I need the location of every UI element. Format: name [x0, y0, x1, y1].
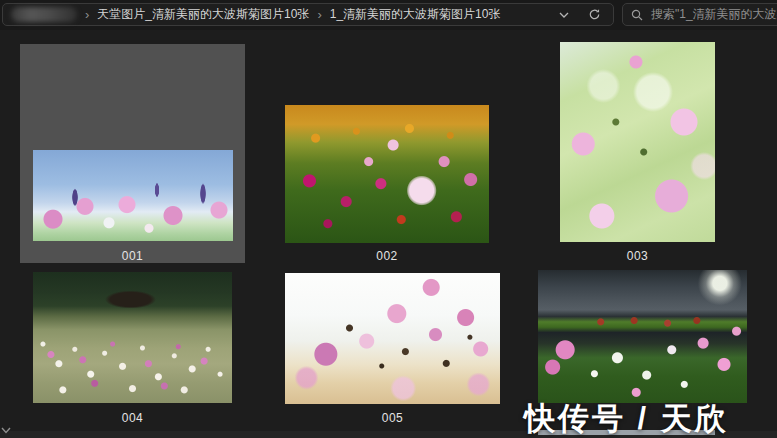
file-label: 004	[33, 411, 232, 425]
file-tile-005[interactable]: 005	[285, 273, 500, 432]
file-tile-006[interactable]	[538, 270, 747, 410]
search-icon	[631, 9, 643, 21]
thumbnail-image-004	[33, 272, 232, 403]
breadcrumb-item-current-folder[interactable]: 1_清新美丽的大波斯菊图片10张	[330, 6, 501, 23]
file-explorer-window: › 天堂图片_清新美丽的大波斯菊图片10张 › 1_清新美丽的大波斯菊图片10张…	[0, 0, 777, 438]
file-tile-003[interactable]: 003	[560, 42, 715, 263]
thumbnail-image-006	[538, 270, 747, 403]
refresh-button[interactable]	[583, 5, 605, 25]
file-label: 005	[285, 411, 500, 425]
file-tile-001[interactable]: 001	[20, 44, 245, 263]
file-label: 001	[20, 249, 245, 263]
search-placeholder: 搜索"1_清新美丽的大波斯菊	[651, 6, 777, 23]
chevron-down-icon	[559, 12, 569, 18]
breadcrumb-root-redacted[interactable]	[11, 7, 77, 22]
breadcrumb-item-parent-folder[interactable]: 天堂图片_清新美丽的大波斯菊图片10张	[97, 6, 309, 23]
watermark-text: 快传号 / 天欣	[524, 398, 777, 438]
breadcrumb-separator-icon: ›	[317, 8, 321, 21]
thumbnail-image-002	[285, 105, 489, 243]
address-bar[interactable]: › 天堂图片_清新美丽的大波斯菊图片10张 › 1_清新美丽的大波斯菊图片10张	[2, 3, 614, 26]
file-tile-002[interactable]: 002	[285, 44, 489, 263]
explorer-top-bar: › 天堂图片_清新美丽的大波斯菊图片10张 › 1_清新美丽的大波斯菊图片10张…	[0, 0, 777, 30]
scroll-down-chevron-icon[interactable]	[1, 420, 11, 438]
thumbnail-image-003	[560, 42, 715, 242]
search-input[interactable]: 搜索"1_清新美丽的大波斯菊	[622, 3, 777, 26]
thumbnail-image-001	[33, 150, 233, 241]
thumbnail-image-005	[285, 273, 500, 404]
file-label: 002	[285, 249, 489, 263]
breadcrumb-separator-icon: ›	[85, 8, 89, 21]
file-tile-004[interactable]: 004	[33, 272, 232, 432]
address-dropdown-button[interactable]	[553, 5, 575, 25]
file-label: 003	[560, 249, 715, 263]
refresh-icon	[588, 8, 601, 21]
